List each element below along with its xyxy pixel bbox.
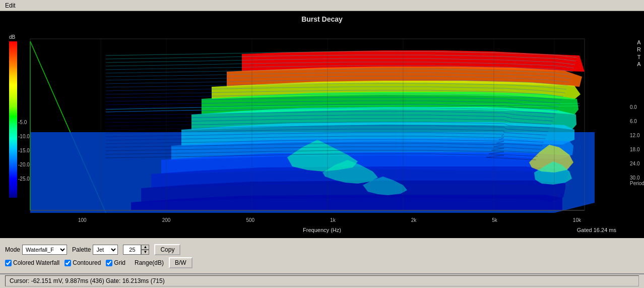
y-axis-tick-2: -10.0 bbox=[18, 134, 30, 139]
x-axis-100: 100 bbox=[78, 217, 87, 223]
mode-label: Mode bbox=[5, 246, 20, 253]
right-axis-5: 30.0 Periods bbox=[630, 175, 644, 186]
menubar: Edit bbox=[0, 0, 644, 11]
right-axis-0: 0.0 bbox=[630, 104, 637, 110]
y-axis-tick-4: -20.0 bbox=[18, 162, 30, 167]
mode-group: Mode Waterfall_F Waterfall_T Spectrogram bbox=[5, 245, 67, 255]
waterfall-chart bbox=[0, 11, 644, 238]
colored-waterfall-checkbox[interactable] bbox=[5, 260, 12, 266]
contoured-checkbox[interactable] bbox=[65, 260, 71, 266]
menu-edit[interactable]: Edit bbox=[3, 2, 18, 9]
spin-buttons: ▲ ▼ bbox=[141, 245, 149, 255]
colored-waterfall-label: Colored Waterfall bbox=[13, 259, 59, 266]
y-axis-tick-5: -25.0 bbox=[18, 176, 30, 182]
controls-panel: Mode Waterfall_F Waterfall_T Spectrogram… bbox=[0, 238, 644, 273]
y-axis-tick-3: -15.0 bbox=[18, 148, 30, 153]
frequency-axis-label: Frequency (Hz) bbox=[303, 227, 341, 233]
statusbar: Cursor: -62.151 mV, 9.887ms (436) Gate: … bbox=[0, 273, 644, 287]
x-axis-2k: 2k bbox=[411, 217, 417, 223]
db-label: dB bbox=[9, 34, 15, 40]
mode-select[interactable]: Waterfall_F Waterfall_T Spectrogram bbox=[22, 245, 67, 255]
x-axis-5k: 5k bbox=[492, 217, 497, 223]
spin-up-button[interactable]: ▲ bbox=[141, 245, 149, 250]
arta-label: ARTA bbox=[637, 39, 641, 68]
x-axis-200: 200 bbox=[162, 217, 171, 223]
color-scale: dB bbox=[9, 41, 17, 208]
number-input-group: 25 ▲ ▼ bbox=[123, 245, 149, 255]
range-label: Range(dB) bbox=[135, 259, 164, 266]
right-axis-2: 12.0 bbox=[630, 133, 639, 138]
x-axis-10k: 10k bbox=[573, 217, 581, 223]
right-axis-1: 6.0 bbox=[630, 119, 637, 124]
copy-button[interactable]: Copy bbox=[154, 244, 180, 255]
spin-down-button[interactable]: ▼ bbox=[141, 250, 149, 255]
y-axis-tick-1: -5.0 bbox=[18, 120, 27, 125]
colored-waterfall-group: Colored Waterfall bbox=[5, 259, 59, 266]
grid-label: Grid bbox=[114, 259, 125, 266]
color-bar bbox=[9, 41, 17, 198]
chart-title: Burst Decay bbox=[301, 15, 343, 23]
contoured-group: Contoured bbox=[65, 259, 101, 266]
x-axis-500: 500 bbox=[246, 217, 254, 223]
right-axis-3: 18.0 bbox=[630, 147, 639, 152]
grid-group: Grid bbox=[106, 259, 125, 266]
gated-label: Gated 16.24 ms bbox=[577, 227, 616, 233]
palette-select[interactable]: Jet Hot Cool Gray bbox=[93, 245, 118, 255]
palette-group: Palette Jet Hot Cool Gray bbox=[72, 245, 118, 255]
number-field[interactable]: 25 bbox=[123, 245, 141, 255]
x-axis-1k: 1k bbox=[330, 217, 336, 223]
statusbar-text: Cursor: -62.151 mV, 9.887ms (436) Gate: … bbox=[5, 275, 639, 286]
grid-checkbox[interactable] bbox=[106, 260, 112, 266]
palette-label: Palette bbox=[72, 246, 91, 253]
chart-area: Burst Decay ARTA dB -5.0 -10.0 -15.0 -20… bbox=[0, 11, 644, 238]
bw-button[interactable]: B/W bbox=[169, 257, 192, 268]
right-axis-4: 24.0 bbox=[630, 161, 639, 166]
contoured-label: Contoured bbox=[73, 259, 101, 266]
